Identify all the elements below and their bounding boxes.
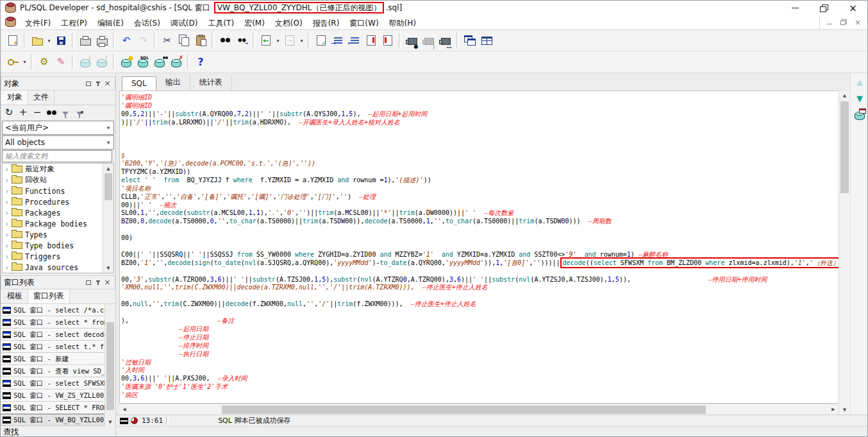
tree-item[interactable]: ›Functions [3,185,113,196]
menu-item[interactable]: 工具(T) [203,17,239,29]
mdi-close-button[interactable]: × [851,17,865,28]
print-preview-button[interactable] [94,32,110,49]
scroll-up-icon[interactable]: ▲ [839,90,850,100]
menu-item[interactable]: 报告(R) [308,17,345,29]
scroll-up-icon[interactable]: ▲ [103,164,113,173]
commit-button[interactable]: ↓ [77,54,94,71]
restore-button[interactable] [810,1,839,15]
scroll-down-icon[interactable]: ▼ [103,263,113,273]
menu-item[interactable]: 文档(O) [270,17,308,29]
add-item-button[interactable]: + [17,107,29,119]
menu-item[interactable]: 窗口(W) [344,17,383,29]
menu-item[interactable]: 编辑(E) [92,17,129,29]
import-script-button[interactable]: ← [258,32,274,49]
scrollbar-thumb[interactable] [840,101,849,193]
menu-item[interactable]: 文件(F) [20,17,56,29]
redo-button[interactable]: ↷ [135,32,151,49]
object-panel-tab[interactable]: 对象 [2,90,28,105]
indent-button[interactable]: → [330,32,346,49]
tree-item[interactable]: ›Java sources [3,262,113,273]
tree-scrollbar[interactable]: ▲ ▼ [103,164,113,273]
remove-item-button[interactable]: − [31,107,43,119]
paste-button[interactable] [192,32,209,49]
new-document-button[interactable]: ✶ [4,32,21,49]
scroll-down-icon[interactable]: ▼ [839,405,850,415]
object-search-input[interactable] [2,150,112,162]
open-file-dropdown[interactable]: ▾ [46,32,53,49]
menu-item[interactable]: 宏(M) [239,17,270,29]
window-list-item[interactable]: SQL 窗口 - SELECT * FROM [1,402,105,414]
print-button[interactable] [77,32,94,49]
scroll-right-icon[interactable]: ▶ [828,404,839,415]
macro-record-button[interactable]: ● [404,32,421,49]
editor-tab[interactable]: SQL [122,76,156,91]
export-script-dropdown[interactable]: ▾ [298,32,305,49]
explain-plan-button[interactable]: ● [118,54,135,71]
window-list-item[interactable]: SQL 窗口 - VW_BQ_YZLL00_ [1,414,105,426]
help-button[interactable]: ? [192,54,209,71]
window-list-item[interactable]: SQL 窗口 - VW_ZS_YZLL00_ [1,390,105,402]
panel-close-icon[interactable]: × [103,278,112,287]
window-list-item[interactable]: SQL 窗口 - select decode [1,329,105,341]
mdi-minimize-button[interactable] [822,17,837,28]
menu-item[interactable]: 帮助(H) [384,17,421,29]
menu-item[interactable]: 会话(S) [129,17,165,29]
window-list-item[interactable]: SQL 窗口 - select t.* fr [1,341,105,353]
window-list-item[interactable]: SQL 窗口 - select * from [1,316,105,329]
find-object-button[interactable] [46,107,57,119]
scrollbar-thumb[interactable] [222,406,706,414]
window-list-item[interactable]: SQL 窗口 - 查看 view SD_ [1,365,105,377]
window-list-tab[interactable]: 模板 [2,289,28,304]
outdent-button[interactable]: ← [346,32,363,49]
window-list-item[interactable]: SQL 窗口 - select SFWSXM [1,377,105,390]
scroll-results-up-button[interactable]: ▲ [851,73,868,90]
refresh-button[interactable]: ↻ [3,107,15,119]
tree-item[interactable]: ›Type bodies [3,240,113,251]
sql-editor[interactable]: '嘱明细ID'嘱明细ID00,5,2)||'-'||substr(A.QYRQ0… [119,90,839,404]
tree-item[interactable]: ›最近对象 [3,164,113,175]
editor-vertical-scrollbar[interactable]: ▲ ▼ [839,90,850,415]
logon-dropdown[interactable]: ▾ [21,54,28,71]
window-list-item[interactable]: SQL 窗口 - 新建 [1,353,105,365]
window-list-item[interactable]: SQL 窗口 - select /*a.ch [1,304,105,316]
window-list-scrollbar[interactable]: ▼ [104,304,115,427]
tree-item[interactable]: ›Package bodies [3,218,113,229]
rollback-button[interactable]: ↑ [94,54,110,71]
menu-item[interactable]: 工程(P) [56,17,92,29]
window-list-tab[interactable]: 窗口列表 [28,289,70,304]
tree-item[interactable]: ›Triggers [3,251,113,262]
break-session-button[interactable]: ✗ [168,54,185,71]
jump-forward-button[interactable] [363,32,380,49]
panel-restore-icon[interactable] [83,278,93,287]
find-db-objects-button[interactable] [151,54,168,71]
editor-tab[interactable]: 输出 [156,75,190,90]
sql-window-button[interactable]: SQL [135,54,151,71]
filter-button[interactable] [60,107,71,119]
copy-button[interactable] [176,32,192,49]
close-button[interactable]: × [839,1,867,15]
filter-settings-button[interactable] [74,107,85,119]
find-next-button[interactable]: → [233,32,250,49]
syntax-check-button[interactable]: ✓ [313,32,330,49]
tree-item[interactable]: ›Procedures [3,196,113,207]
appearance-button[interactable]: ✎ [53,54,69,71]
cut-button[interactable]: ✂ [159,32,176,49]
editor-tab[interactable]: 统计表 [190,75,232,90]
find-button[interactable] [217,32,233,49]
tree-item[interactable]: ›Packages [3,207,113,218]
scroll-left-icon[interactable]: ◀ [119,404,129,415]
minimize-button[interactable] [781,1,810,15]
panel-restore-icon[interactable] [83,80,93,88]
save-file-button[interactable] [53,32,69,49]
find-panel-header[interactable]: 查找 [1,427,116,437]
preferences-button[interactable]: ⚙ [36,54,53,71]
scrollbar-thumb[interactable] [106,322,114,410]
scrollbar-thumb[interactable] [104,173,112,200]
panel-close-icon[interactable]: × [103,80,112,88]
object-panel-tab[interactable]: 文件 [28,90,54,105]
object-scope-select[interactable]: All objects▾ [2,135,114,150]
editor-horizontal-scrollbar[interactable]: ◀ ▶ [119,404,839,415]
cascade-windows-button[interactable] [462,32,478,49]
macro-run-button[interactable]: … [437,32,454,49]
logon-button[interactable] [4,54,21,71]
